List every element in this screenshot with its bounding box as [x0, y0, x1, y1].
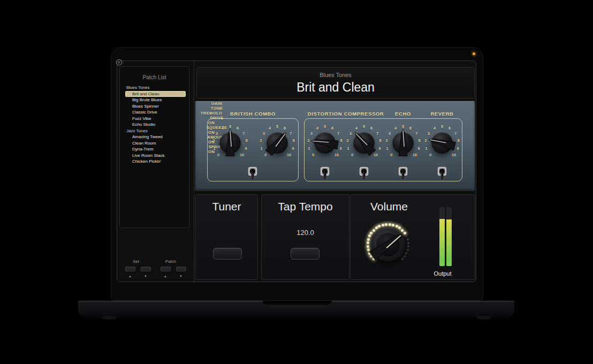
app-window: Patch List Blues TonesBrit and CleanBig … [117, 60, 476, 282]
patch-row[interactable]: Dyna-Trem [121, 146, 188, 153]
laptop-foot-left [102, 316, 117, 320]
patch-row[interactable]: Live Room Stack [121, 153, 188, 159]
patch-row[interactable]: Fuzz Vibe [121, 116, 188, 122]
patch-group-row[interactable]: Blues Tones [121, 85, 188, 91]
mic-indicator-dot [473, 52, 475, 55]
laptop-lid-groove [262, 301, 332, 306]
tap-tempo-value: 120.0 [262, 229, 349, 237]
header-patch-name: Brit and Clean [197, 80, 474, 95]
switch-tremolo[interactable] [247, 166, 258, 180]
laptop-base [78, 301, 514, 317]
set-down-arrow: ▼ [142, 275, 149, 278]
set-up-button[interactable] [125, 267, 135, 271]
volume-knob[interactable] [359, 215, 417, 274]
patch-row[interactable]: Echo Studio [121, 122, 188, 128]
switch-echo-on[interactable] [398, 166, 408, 180]
patch-row[interactable]: Big Brute Blues [121, 97, 188, 103]
knob-amount[interactable]: 012345678910 [383, 123, 423, 163]
switch-distortion-on[interactable] [320, 166, 330, 180]
patch-down-arrow: ▼ [178, 275, 184, 278]
volume-title: Volume [357, 200, 421, 213]
knob-gain[interactable]: 012345678910 [210, 123, 250, 163]
tuner-title: Tuner [196, 200, 257, 213]
laptop-foot-right [476, 316, 491, 320]
section-title: REVERB [413, 111, 472, 117]
patch-list: Blues TonesBrit and CleanBig Brute Blues… [121, 85, 188, 165]
set-down-button[interactable] [141, 267, 151, 271]
patch-list-panel: Patch List Blues TonesBrit and CleanBig … [119, 66, 189, 228]
switch-compressor-on[interactable] [359, 166, 369, 180]
knob-tone[interactable]: 012345678910 [257, 123, 298, 163]
patch-group-row[interactable]: Jazz Tones [121, 128, 188, 134]
knob-label: TONE [195, 106, 238, 111]
tuner-button[interactable] [213, 248, 242, 260]
patch-row[interactable]: Blues Spinner [121, 103, 188, 110]
stage: Patch List Blues TonesBrit and CleanBig … [0, 0, 593, 364]
output-meter-right [446, 207, 452, 266]
knob-squeeze[interactable]: 012345678910 [344, 123, 384, 163]
patch-row[interactable]: Brit and Clean [125, 91, 186, 97]
patch-up-arrow: ▲ [162, 275, 169, 278]
exit-perform-button[interactable] [116, 58, 123, 65]
meter-fill [446, 219, 452, 266]
patch-header-panel: Blues Tones Brit and Clean [196, 67, 475, 98]
patch-down-button[interactable] [176, 267, 186, 271]
patch-row[interactable]: Chicken Pickin' [121, 158, 188, 165]
set-up-arrow: ▲ [127, 275, 133, 278]
tap-tempo-button[interactable] [291, 248, 320, 260]
tuner-panel: Tuner [195, 194, 258, 280]
meter-fill [439, 219, 445, 266]
patch-up-button[interactable] [161, 267, 171, 271]
output-label: Output [427, 270, 459, 277]
section-title: BRITISH COMBO [210, 111, 296, 117]
sidebar-divider [194, 61, 194, 283]
tap-tempo-title: Tap Tempo [262, 200, 349, 213]
patch-row[interactable]: Clean Room [121, 140, 188, 147]
knob-drive[interactable]: 012345678910 [305, 123, 345, 163]
switch-reverb-on[interactable] [437, 166, 447, 180]
knob-spring[interactable]: 012345678910 [422, 123, 462, 163]
volume-panel: Volume Output [350, 194, 475, 280]
patch-row[interactable]: Amazing Tweed [121, 134, 188, 140]
knob-label: GAIN [195, 101, 238, 106]
patch-list-title: Patch List [120, 74, 189, 80]
set-label: Set [125, 259, 147, 264]
patch-row[interactable]: Classic Drive [121, 109, 188, 116]
tap-tempo-panel: Tap Tempo 120.0 [261, 194, 349, 280]
patch-label: Patch [160, 259, 181, 264]
output-meter-left [439, 207, 445, 266]
header-group-name: Blues Tones [197, 72, 474, 78]
amp-panel: BRITISH COMBOGAIN012345678910TONE0123456… [195, 101, 475, 191]
